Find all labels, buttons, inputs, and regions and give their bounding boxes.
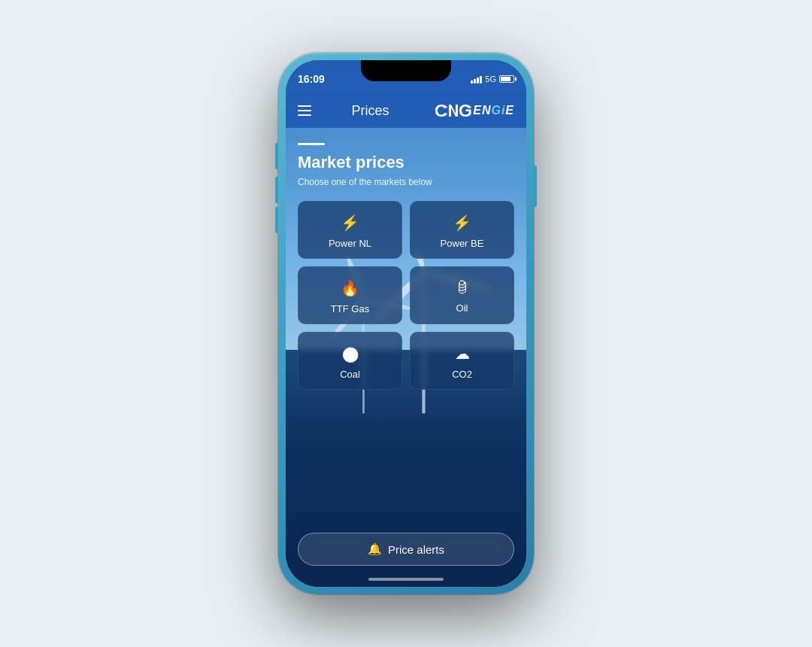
power-be-label: Power BE xyxy=(441,238,484,249)
battery-fill xyxy=(501,77,511,81)
market-card-coal[interactable]: ⬤ Coal xyxy=(298,332,402,390)
co2-label: CO2 xyxy=(452,369,472,380)
phone-inner: 16:09 5G xyxy=(286,60,526,587)
power-nl-icon: ⚡ xyxy=(341,214,359,232)
power-nl-label: Power NL xyxy=(329,238,371,249)
bell-icon: 🔔 xyxy=(368,542,382,556)
market-grid: ⚡ Power NL ⚡ Power BE 🔥 TTF Gas 🛢 Oil xyxy=(298,201,514,390)
network-type: 5G xyxy=(485,74,496,84)
market-card-ttf-gas[interactable]: 🔥 TTF Gas xyxy=(298,266,402,324)
power-be-icon: ⚡ xyxy=(453,214,471,232)
app-bar-title: Prices xyxy=(352,103,389,119)
market-card-power-nl[interactable]: ⚡ Power NL xyxy=(298,201,402,259)
hamburger-line-3 xyxy=(298,114,311,116)
oil-icon: 🛢 xyxy=(455,279,470,296)
status-time: 16:09 xyxy=(298,73,325,85)
home-indicator xyxy=(368,578,444,581)
engie-logo: ENGiE xyxy=(429,100,514,121)
status-icons: 5G xyxy=(471,74,514,84)
coal-icon: ⬤ xyxy=(342,345,359,363)
main-content: Market prices Choose one of the markets … xyxy=(286,128,526,587)
signal-bar-3 xyxy=(477,77,479,84)
phone-notch xyxy=(361,60,451,81)
battery-icon xyxy=(499,75,514,83)
signal-bar-4 xyxy=(480,76,482,84)
ttf-gas-icon: 🔥 xyxy=(341,279,359,297)
market-card-power-be[interactable]: ⚡ Power BE xyxy=(410,201,514,259)
signal-bar-1 xyxy=(471,80,473,84)
hamburger-menu-button[interactable] xyxy=(298,105,311,116)
market-title: Market prices xyxy=(298,153,514,172)
title-divider xyxy=(298,143,325,145)
market-subtitle: Choose one of the markets below xyxy=(298,177,514,187)
hamburger-line-1 xyxy=(298,105,311,107)
price-alerts-button[interactable]: 🔔 Price alerts xyxy=(298,533,514,566)
signal-bars xyxy=(471,74,482,84)
oil-label: Oil xyxy=(456,302,468,314)
app-bar: Prices xyxy=(286,93,526,128)
hamburger-line-2 xyxy=(298,110,311,111)
ttf-gas-label: TTF Gas xyxy=(331,303,369,314)
market-card-co2[interactable]: ☁ CO2 xyxy=(410,332,514,390)
phone-screen: 16:09 5G xyxy=(286,60,526,587)
co2-icon: ☁ xyxy=(455,345,470,363)
phone-frame: 16:09 5G xyxy=(278,53,534,594)
coal-label: Coal xyxy=(340,369,360,380)
signal-bar-2 xyxy=(474,79,476,84)
price-alerts-label: Price alerts xyxy=(388,543,444,556)
market-card-oil[interactable]: 🛢 Oil xyxy=(410,266,514,324)
